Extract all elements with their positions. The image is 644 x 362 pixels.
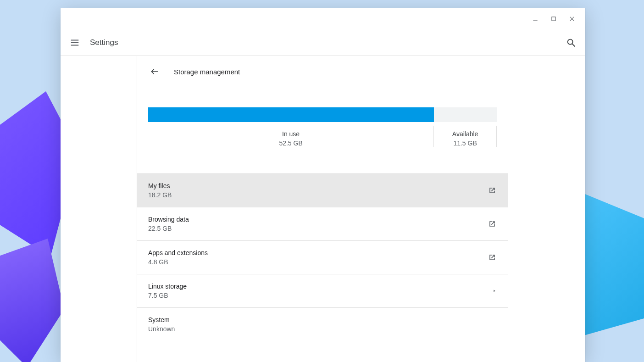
open-external-icon: [488, 253, 497, 262]
storage-in-use-col: In use 52.5 GB: [148, 126, 434, 147]
storage-bar-track: [148, 107, 497, 122]
available-label: Available: [434, 130, 496, 138]
storage-row[interactable]: Browsing data22.5 GB: [137, 207, 508, 241]
row-title: Apps and extensions: [148, 249, 488, 256]
storage-row: SystemUnknown: [137, 308, 508, 341]
maximize-button[interactable]: [550, 15, 558, 23]
row-title: System: [148, 316, 497, 323]
svg-point-2: [568, 39, 573, 44]
wallpaper-shape: [0, 239, 64, 362]
available-value: 11.5 GB: [434, 139, 496, 147]
storage-row[interactable]: Linux storage7.5 GB: [137, 274, 508, 308]
storage-row[interactable]: My files18.2 GB: [137, 174, 508, 207]
app-header: Settings: [61, 29, 585, 56]
row-subtitle: 4.8 GB: [148, 258, 488, 266]
storage-available-col: Available 11.5 GB: [434, 126, 497, 147]
storage-bar-fill: [148, 107, 434, 122]
minimize-button[interactable]: [531, 15, 539, 23]
open-external-icon: [488, 219, 497, 228]
chevron-right-icon: [492, 289, 497, 293]
row-title: My files: [148, 182, 488, 189]
row-title: Browsing data: [148, 216, 488, 223]
settings-window: Settings Storage management In use 52.: [61, 8, 585, 362]
search-icon[interactable]: [566, 38, 576, 48]
in-use-value: 52.5 GB: [148, 139, 433, 147]
settings-panel: Storage management In use 52.5 GB Availa…: [137, 56, 508, 362]
app-title: Settings: [90, 38, 118, 47]
row-subtitle: Unknown: [148, 325, 497, 333]
svg-rect-1: [552, 17, 555, 21]
panel-title: Storage management: [174, 68, 240, 76]
settings-body: Storage management In use 52.5 GB Availa…: [61, 56, 585, 362]
window-titlebar: [61, 8, 585, 29]
row-subtitle: 18.2 GB: [148, 191, 488, 199]
row-subtitle: 22.5 GB: [148, 225, 488, 232]
storage-row[interactable]: Apps and extensions4.8 GB: [137, 241, 508, 274]
row-title: Linux storage: [148, 283, 492, 290]
storage-rows: My files18.2 GBBrowsing data22.5 GBApps …: [137, 173, 508, 341]
storage-gauge: In use 52.5 GB Available 11.5 GB: [137, 82, 508, 161]
in-use-label: In use: [148, 130, 433, 138]
svg-rect-0: [533, 21, 537, 21]
close-button[interactable]: [568, 15, 576, 23]
open-external-icon: [488, 186, 497, 195]
menu-icon[interactable]: [70, 38, 80, 48]
row-subtitle: 7.5 GB: [148, 292, 492, 299]
back-button[interactable]: [148, 65, 161, 78]
